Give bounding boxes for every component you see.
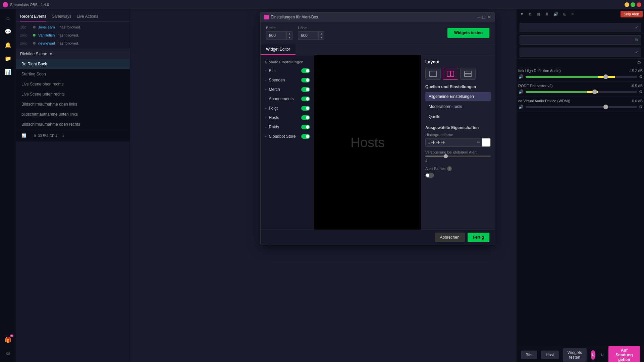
color-swatch[interactable] — [482, 138, 490, 146]
bits-toggle[interactable] — [301, 68, 310, 73]
source-item-allgemeine[interactable]: Allgemeine Einstellungen — [425, 92, 491, 101]
tab-widget-editor[interactable]: Widget Editor — [261, 44, 296, 55]
dropdown-row-2[interactable]: ↻ — [520, 35, 641, 45]
sidebar-alert[interactable]: 🔔 — [2, 39, 14, 51]
audio-channel-3-track[interactable] — [526, 106, 637, 108]
audio-channel-1-settings-icon[interactable]: ⚙ — [639, 74, 643, 79]
audio-channel-1-mute-icon[interactable]: 🔊 — [518, 74, 524, 79]
raids-toggle[interactable] — [301, 125, 310, 129]
spenden-toggle[interactable] — [301, 78, 310, 82]
svg-rect-2 — [451, 71, 454, 76]
host-button[interactable]: Host — [541, 351, 559, 359]
sidebar-chat[interactable]: 💬 — [2, 25, 14, 38]
dropdown-row-3[interactable]: ✓ — [520, 48, 641, 57]
folgt-toggle[interactable] — [301, 106, 310, 111]
hoehe-up-btn[interactable]: ▲ — [319, 32, 324, 36]
scene-item-bildschirm-oben-links[interactable]: Bildschirmaufnahme oben links — [16, 99, 130, 109]
sidebar-settings[interactable]: ⚙ — [2, 347, 14, 359]
breite-input[interactable] — [266, 32, 286, 39]
audio-channel-2-thumb[interactable] — [592, 89, 597, 94]
audio-channel-1-track[interactable] — [526, 76, 637, 78]
sidebar-media[interactable]: 📁 — [2, 52, 14, 64]
merch-toggle[interactable] — [301, 87, 310, 92]
bottom-chart-btn[interactable]: 📊 — [19, 132, 29, 139]
alert-item-merch[interactable]: + Merch — [261, 85, 314, 94]
hoehe-down-btn[interactable]: ▼ — [319, 36, 324, 40]
hoehe-label: Höhe — [298, 26, 324, 30]
audio-channel-2-mute-icon[interactable]: 🔊 — [518, 89, 524, 95]
audio-channel-2-track[interactable] — [526, 91, 637, 93]
color-edit-btn[interactable]: ✏ — [475, 139, 482, 146]
layout-option-3[interactable] — [460, 68, 476, 80]
toolbar-refresh-icon[interactable]: ↻ — [599, 350, 604, 360]
hoehe-input[interactable] — [298, 32, 318, 39]
alert-item-folgt[interactable]: + Folgt — [261, 104, 314, 113]
minimize-button[interactable] — [625, 2, 629, 7]
dropdown-row-1[interactable]: ✓ — [520, 23, 641, 32]
audio-channel-1-thumb[interactable] — [603, 74, 608, 79]
scene-item-live-scene-unten-rechts[interactable]: Live Scene unten rechts — [16, 89, 130, 99]
layout-option-2[interactable] — [443, 68, 458, 80]
alert-parties-toggle[interactable] — [425, 173, 434, 178]
audio-channel-3-thumb[interactable] — [603, 105, 608, 109]
finish-button[interactable]: Fertig — [468, 233, 489, 242]
dropdown-refresh-btn[interactable]: ↻ — [635, 38, 638, 42]
go-live-button[interactable]: Auf Sendung gehen — [608, 346, 640, 362]
bottom-info-btn[interactable]: ℹ — [60, 132, 66, 139]
widgets-testen-btn[interactable]: Widgets testen — [563, 348, 587, 362]
tab-live-actions[interactable]: Live Actions — [77, 12, 98, 21]
audio-channel-2-settings-icon[interactable]: ⚙ — [639, 89, 643, 94]
alert-item-spenden[interactable]: + Spenden — [261, 75, 314, 85]
maximize-button[interactable] — [631, 2, 635, 7]
delay-slider-track[interactable] — [425, 156, 491, 157]
skip-alert-button[interactable]: Skip Alert — [621, 11, 643, 17]
widgets-testen-button[interactable]: Widgets testen — [447, 28, 489, 38]
sidebar-stats[interactable]: 📊 — [2, 66, 14, 78]
event-item: 2mo Vanillefish has followed. — [16, 31, 130, 39]
alert-item-bits[interactable]: + Bits — [261, 66, 314, 75]
bits-button[interactable]: Bits — [521, 351, 537, 359]
audio-channel-3-settings-icon[interactable]: ⚙ — [639, 105, 643, 109]
cancel-button[interactable]: Abbrechen — [435, 233, 465, 242]
scene-header[interactable]: Richtige Szene ▼ — [16, 49, 130, 59]
tab-recent-events[interactable]: Recent Events — [20, 12, 46, 21]
scene-item-be-right-back[interactable]: Be Right Back — [16, 59, 130, 69]
mixer-pause-btn[interactable]: ⏸ — [543, 11, 550, 17]
dialog-minimize-btn[interactable]: ─ — [477, 14, 481, 20]
user-avatar[interactable]: U — [591, 350, 595, 360]
alert-item-abonnements[interactable]: + Abonnements — [261, 94, 314, 104]
scene-item-live-scene-oben-rechts[interactable]: Live Scene oben rechts — [16, 79, 130, 89]
delay-slider-thumb[interactable] — [444, 154, 448, 158]
sidebar-notification[interactable]: 🎁 — [2, 334, 14, 346]
cloudbot-toggle[interactable] — [301, 134, 310, 139]
alert-item-hosts[interactable]: + Hosts — [261, 113, 314, 122]
mixer-audio-btn[interactable]: 🔊 — [552, 11, 560, 17]
scene-item-starting-soon[interactable]: Starting Soon — [16, 69, 130, 79]
scene-item-bildschirm-unten-links[interactable]: bildschirmaufnahme unten links — [16, 109, 130, 119]
mixer-down-btn[interactable]: ▼ — [518, 11, 526, 17]
layout-option-1[interactable] — [425, 68, 441, 80]
dialog-close-btn[interactable]: ✕ — [487, 14, 491, 20]
source-item-moderatoren[interactable]: Moderatoren-Tools — [425, 102, 491, 111]
audio-channel-3-mute-icon[interactable]: 🔊 — [518, 104, 524, 110]
audio-gear-icon[interactable]: ⚙ — [637, 60, 641, 65]
mixer-grid-btn[interactable]: ⊞ — [561, 11, 568, 17]
source-item-quelle[interactable]: Quelle — [425, 112, 491, 121]
breite-down-btn[interactable]: ▼ — [287, 36, 292, 40]
alert-item-raids[interactable]: + Raids — [261, 122, 314, 132]
tab-giveaways[interactable]: Giveaways — [52, 12, 71, 21]
dialog-maximize-btn[interactable]: □ — [483, 14, 485, 20]
mixer-filter-btn[interactable]: ▤ — [535, 11, 542, 17]
sidebar-home[interactable]: ⌂ — [2, 12, 14, 24]
hosts-toggle[interactable] — [301, 115, 310, 120]
alert-item-cloudbot[interactable]: + Cloudbot Store — [261, 132, 314, 141]
info-icon[interactable]: ? — [447, 166, 452, 171]
mixer-list-btn[interactable]: ≡ — [570, 11, 575, 17]
delay-slider-fill — [425, 156, 445, 157]
mixer-copy-btn[interactable]: ⧉ — [527, 11, 533, 17]
audio-channel-3: od Virtual Audio Device (WDM)) 0.0 dB 🔊 … — [517, 97, 644, 112]
close-button[interactable] — [637, 2, 641, 7]
abonnements-toggle[interactable] — [301, 97, 310, 101]
breite-up-btn[interactable]: ▲ — [287, 32, 292, 36]
scene-item-bildschirm-oben-rechts[interactable]: Bildschirmaufnahme oben rechts — [16, 119, 130, 129]
